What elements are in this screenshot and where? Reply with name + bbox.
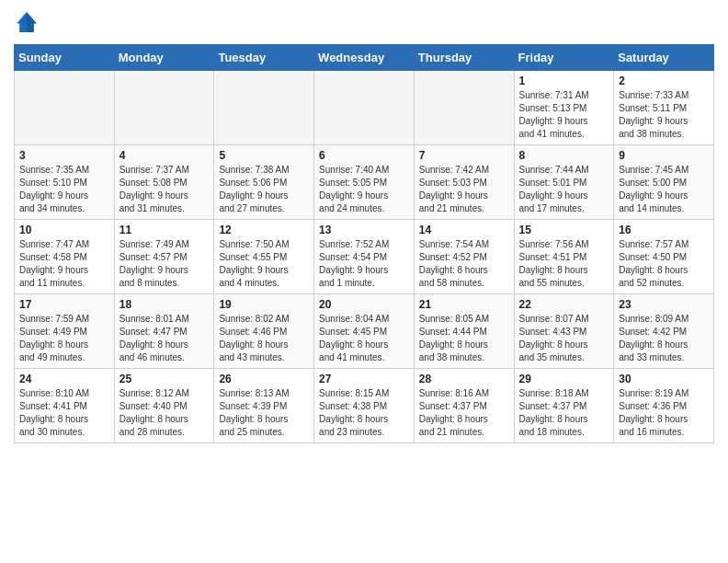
- day-number: 16: [619, 224, 709, 236]
- day-info: Sunrise: 7:33 AM Sunset: 5:11 PM Dayligh…: [619, 89, 709, 141]
- day-number: 25: [119, 373, 210, 385]
- day-info: Sunrise: 7:42 AM Sunset: 5:03 PM Dayligh…: [419, 164, 509, 215]
- day-number: 27: [319, 373, 409, 385]
- day-info: Sunrise: 8:15 AM Sunset: 4:38 PM Dayligh…: [319, 387, 409, 439]
- day-info: Sunrise: 8:09 AM Sunset: 4:42 PM Dayligh…: [619, 313, 709, 364]
- day-number: 15: [519, 224, 609, 236]
- day-info: Sunrise: 7:47 AM Sunset: 4:58 PM Dayligh…: [19, 238, 109, 290]
- calendar-week-row: 17Sunrise: 7:59 AM Sunset: 4:49 PM Dayli…: [15, 294, 714, 369]
- day-info: Sunrise: 8:10 AM Sunset: 4:41 PM Dayligh…: [19, 387, 109, 439]
- page-container: SundayMondayTuesdayWednesdayThursdayFrid…: [0, 0, 728, 453]
- day-number: 8: [519, 149, 609, 162]
- day-info: Sunrise: 8:02 AM Sunset: 4:46 PM Dayligh…: [219, 313, 309, 364]
- calendar-table: SundayMondayTuesdayWednesdayThursdayFrid…: [14, 44, 714, 443]
- day-number: 18: [119, 298, 210, 311]
- svg-marker-1: [27, 12, 37, 32]
- day-info: Sunrise: 8:07 AM Sunset: 4:43 PM Dayligh…: [519, 313, 609, 364]
- day-number: 12: [219, 224, 309, 236]
- calendar-cell: 21Sunrise: 8:05 AM Sunset: 4:44 PM Dayli…: [414, 294, 514, 369]
- day-number: 23: [619, 298, 709, 311]
- day-number: 3: [19, 149, 109, 162]
- calendar-cell: 22Sunrise: 8:07 AM Sunset: 4:43 PM Dayli…: [514, 294, 614, 369]
- logo: [14, 9, 43, 35]
- logo-icon: [14, 9, 40, 35]
- calendar-cell: 12Sunrise: 7:50 AM Sunset: 4:55 PM Dayli…: [214, 220, 314, 294]
- day-info: Sunrise: 7:44 AM Sunset: 5:01 PM Dayligh…: [519, 164, 609, 215]
- calendar-cell: 27Sunrise: 8:15 AM Sunset: 4:38 PM Dayli…: [314, 369, 415, 443]
- calendar-cell: [15, 71, 115, 145]
- day-number: 26: [219, 373, 309, 385]
- calendar-cell: 5Sunrise: 7:38 AM Sunset: 5:06 PM Daylig…: [214, 145, 314, 220]
- weekday-header: Friday: [514, 45, 614, 71]
- calendar-week-row: 10Sunrise: 7:47 AM Sunset: 4:58 PM Dayli…: [15, 220, 714, 294]
- day-number: 9: [619, 149, 709, 162]
- day-info: Sunrise: 7:37 AM Sunset: 5:08 PM Dayligh…: [119, 164, 210, 215]
- day-number: 5: [219, 149, 309, 162]
- day-info: Sunrise: 8:12 AM Sunset: 4:40 PM Dayligh…: [119, 387, 210, 439]
- calendar-cell: 4Sunrise: 7:37 AM Sunset: 5:08 PM Daylig…: [114, 145, 214, 220]
- day-number: 6: [319, 149, 409, 162]
- weekday-header: Sunday: [15, 45, 115, 71]
- day-number: 4: [119, 149, 210, 162]
- day-info: Sunrise: 8:16 AM Sunset: 4:37 PM Dayligh…: [419, 387, 509, 439]
- day-info: Sunrise: 8:18 AM Sunset: 4:37 PM Dayligh…: [519, 387, 609, 439]
- day-number: 13: [319, 224, 409, 236]
- day-number: 30: [619, 373, 709, 385]
- calendar-body: 1Sunrise: 7:31 AM Sunset: 5:13 PM Daylig…: [15, 71, 714, 443]
- calendar-header: SundayMondayTuesdayWednesdayThursdayFrid…: [15, 45, 714, 71]
- calendar-cell: 11Sunrise: 7:49 AM Sunset: 4:57 PM Dayli…: [114, 220, 214, 294]
- weekday-header-row: SundayMondayTuesdayWednesdayThursdayFrid…: [15, 45, 714, 71]
- day-number: 21: [419, 298, 509, 311]
- day-number: 10: [19, 224, 109, 236]
- page-header: [14, 9, 714, 35]
- day-info: Sunrise: 7:31 AM Sunset: 5:13 PM Dayligh…: [519, 89, 609, 141]
- day-number: 28: [419, 373, 509, 385]
- day-info: Sunrise: 7:45 AM Sunset: 5:00 PM Dayligh…: [619, 164, 709, 215]
- day-number: 24: [19, 373, 109, 385]
- day-number: 2: [619, 75, 709, 87]
- calendar-cell: 13Sunrise: 7:52 AM Sunset: 4:54 PM Dayli…: [314, 220, 415, 294]
- day-info: Sunrise: 7:59 AM Sunset: 4:49 PM Dayligh…: [19, 313, 109, 364]
- calendar-cell: 7Sunrise: 7:42 AM Sunset: 5:03 PM Daylig…: [414, 145, 514, 220]
- calendar-cell: 10Sunrise: 7:47 AM Sunset: 4:58 PM Dayli…: [15, 220, 115, 294]
- calendar-cell: 23Sunrise: 8:09 AM Sunset: 4:42 PM Dayli…: [614, 294, 714, 369]
- calendar-cell: [214, 71, 314, 145]
- day-info: Sunrise: 8:19 AM Sunset: 4:36 PM Dayligh…: [619, 387, 709, 439]
- day-number: 20: [319, 298, 409, 311]
- day-number: 19: [219, 298, 309, 311]
- day-info: Sunrise: 7:35 AM Sunset: 5:10 PM Dayligh…: [19, 164, 109, 215]
- calendar-cell: 14Sunrise: 7:54 AM Sunset: 4:52 PM Dayli…: [414, 220, 514, 294]
- day-info: Sunrise: 7:54 AM Sunset: 4:52 PM Dayligh…: [419, 238, 509, 290]
- day-info: Sunrise: 8:04 AM Sunset: 4:45 PM Dayligh…: [319, 313, 409, 364]
- day-info: Sunrise: 7:57 AM Sunset: 4:50 PM Dayligh…: [619, 238, 709, 290]
- calendar-cell: 15Sunrise: 7:56 AM Sunset: 4:51 PM Dayli…: [514, 220, 614, 294]
- day-number: 11: [119, 224, 210, 236]
- calendar-week-row: 3Sunrise: 7:35 AM Sunset: 5:10 PM Daylig…: [15, 145, 714, 220]
- weekday-header: Monday: [114, 45, 214, 71]
- day-info: Sunrise: 8:13 AM Sunset: 4:39 PM Dayligh…: [219, 387, 309, 439]
- day-info: Sunrise: 8:05 AM Sunset: 4:44 PM Dayligh…: [419, 313, 509, 364]
- calendar-cell: 20Sunrise: 8:04 AM Sunset: 4:45 PM Dayli…: [314, 294, 415, 369]
- calendar-cell: 19Sunrise: 8:02 AM Sunset: 4:46 PM Dayli…: [214, 294, 314, 369]
- day-info: Sunrise: 7:52 AM Sunset: 4:54 PM Dayligh…: [319, 238, 409, 290]
- calendar-cell: 8Sunrise: 7:44 AM Sunset: 5:01 PM Daylig…: [514, 145, 614, 220]
- day-info: Sunrise: 7:49 AM Sunset: 4:57 PM Dayligh…: [119, 238, 210, 290]
- weekday-header: Saturday: [614, 45, 714, 71]
- weekday-header: Wednesday: [314, 45, 415, 71]
- day-number: 22: [519, 298, 609, 311]
- calendar-cell: 18Sunrise: 8:01 AM Sunset: 4:47 PM Dayli…: [114, 294, 214, 369]
- day-number: 14: [419, 224, 509, 236]
- calendar-cell: [114, 71, 214, 145]
- day-info: Sunrise: 8:01 AM Sunset: 4:47 PM Dayligh…: [119, 313, 210, 364]
- weekday-header: Tuesday: [214, 45, 314, 71]
- calendar-cell: 6Sunrise: 7:40 AM Sunset: 5:05 PM Daylig…: [314, 145, 415, 220]
- day-info: Sunrise: 7:50 AM Sunset: 4:55 PM Dayligh…: [219, 238, 309, 290]
- calendar-cell: 24Sunrise: 8:10 AM Sunset: 4:41 PM Dayli…: [15, 369, 115, 443]
- day-info: Sunrise: 7:38 AM Sunset: 5:06 PM Dayligh…: [219, 164, 309, 215]
- calendar-cell: [414, 71, 514, 145]
- calendar-cell: 25Sunrise: 8:12 AM Sunset: 4:40 PM Dayli…: [114, 369, 214, 443]
- calendar-cell: 17Sunrise: 7:59 AM Sunset: 4:49 PM Dayli…: [15, 294, 115, 369]
- calendar-week-row: 1Sunrise: 7:31 AM Sunset: 5:13 PM Daylig…: [15, 71, 714, 145]
- day-info: Sunrise: 7:56 AM Sunset: 4:51 PM Dayligh…: [519, 238, 609, 290]
- day-number: 17: [19, 298, 109, 311]
